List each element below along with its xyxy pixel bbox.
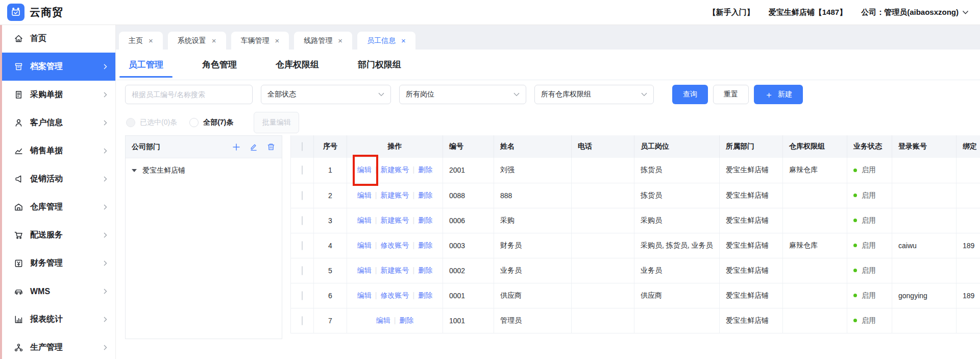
- dept-cell: 爱宝生鲜店铺: [720, 308, 783, 333]
- row-checkbox[interactable]: [302, 266, 303, 275]
- column-header: 员工岗位: [634, 135, 720, 158]
- chevron-right-icon: [103, 204, 108, 210]
- post-select[interactable]: 所有岗位: [399, 85, 526, 104]
- op-edit[interactable]: 编辑: [357, 191, 372, 199]
- sidebar-item-warehouse-mgmt[interactable]: 仓库管理: [2, 193, 115, 221]
- close-icon[interactable]: ×: [401, 37, 406, 44]
- department-tree-node[interactable]: 爱宝生鲜店铺: [132, 166, 276, 175]
- sidebar-item-wms[interactable]: WMS: [2, 277, 115, 305]
- tab-vehicle-mgmt[interactable]: 车辆管理×: [231, 32, 289, 50]
- sidebar-item-promotions[interactable]: 促销活动: [2, 165, 115, 193]
- query-button[interactable]: 查询: [672, 85, 708, 104]
- sidebar-item-label: 配送服务: [30, 230, 63, 241]
- row-checkbox[interactable]: [302, 291, 303, 300]
- close-icon[interactable]: ×: [212, 37, 216, 44]
- sidebar-item-delivery-service[interactable]: 配送服务: [2, 221, 115, 249]
- op-modify-account[interactable]: 修改账号: [381, 291, 409, 299]
- tab-system-settings[interactable]: 系统设置×: [168, 32, 226, 50]
- reset-button[interactable]: 重置: [713, 85, 749, 104]
- subtab-label: 仓库权限组: [276, 59, 319, 70]
- employee-table: 序号操作编号姓名电话员工岗位所属部门仓库权限组业务状态登录账号绑定 1编辑|新建…: [290, 135, 980, 333]
- serial-cell: 4: [314, 233, 347, 258]
- status-label: 启用: [862, 291, 876, 300]
- op-separator: |: [413, 216, 415, 224]
- op-delete[interactable]: 删除: [418, 241, 432, 249]
- status-dot-icon: [853, 319, 857, 322]
- app-title: 云商贸: [30, 5, 63, 19]
- row-checkbox[interactable]: [302, 241, 303, 250]
- op-delete[interactable]: 删除: [418, 216, 432, 224]
- sidebar-item-label: 报表统计: [30, 314, 63, 325]
- subtab-employee-mgmt[interactable]: 员工管理: [119, 50, 173, 80]
- operations-cell: 编辑|修改账号|删除: [347, 283, 443, 308]
- status-cell: 启用: [847, 308, 892, 333]
- warehouse-icon: [13, 202, 23, 212]
- account-menu[interactable]: 公司：管理员(aibaosxzong): [861, 8, 969, 17]
- row-checkbox[interactable]: [302, 216, 303, 225]
- op-delete[interactable]: 删除: [418, 191, 432, 199]
- op-edit[interactable]: 编辑: [357, 241, 372, 249]
- op-delete[interactable]: 删除: [399, 316, 413, 324]
- close-icon[interactable]: ×: [275, 37, 280, 44]
- op-modify-account[interactable]: 修改账号: [381, 241, 409, 249]
- warehouse-group-select[interactable]: 所有仓库权限组: [534, 85, 654, 104]
- op-edit[interactable]: 编辑: [357, 165, 372, 174]
- sidebar-item-home[interactable]: 首页: [2, 25, 115, 53]
- chevron-down-icon: [962, 10, 969, 15]
- batch-edit-button[interactable]: 批量编辑: [254, 112, 299, 133]
- bind-cell: [957, 183, 980, 208]
- selected-count-label: 已选中(0)条: [140, 118, 177, 127]
- row-checkbox[interactable]: [302, 191, 303, 200]
- subtab-role-mgmt[interactable]: 角色管理: [193, 50, 246, 80]
- select-all-checkbox[interactable]: [302, 142, 303, 151]
- sidebar-item-label: 销售单据: [30, 146, 63, 156]
- subtab-dept-perm-group[interactable]: 部门权限组: [349, 50, 410, 80]
- sidebar-item-finance-mgmt[interactable]: 财务管理: [2, 249, 115, 277]
- edit-department-button[interactable]: [249, 142, 258, 152]
- op-create-account[interactable]: 新建账号: [381, 266, 409, 274]
- row-checkbox[interactable]: [302, 165, 303, 175]
- op-edit[interactable]: 编辑: [376, 316, 390, 324]
- sidebar-item-purchase-docs[interactable]: 采购单据: [2, 81, 115, 109]
- name-cell: 888: [494, 183, 572, 208]
- delete-department-button[interactable]: [266, 142, 276, 152]
- op-create-account[interactable]: 新建账号: [381, 191, 409, 199]
- all-radio[interactable]: [189, 118, 199, 127]
- subtab-bar: 员工管理角色管理仓库权限组部门权限组: [116, 50, 980, 80]
- create-button[interactable]: ＋ 新建: [754, 85, 803, 104]
- op-create-account[interactable]: 新建账号: [381, 165, 409, 174]
- tab-home[interactable]: 主页×: [119, 32, 163, 50]
- user-icon: [13, 118, 23, 128]
- op-separator: |: [375, 291, 377, 299]
- subtab-warehouse-perm-group[interactable]: 仓库权限组: [266, 50, 328, 80]
- op-delete[interactable]: 删除: [418, 165, 432, 174]
- warehouse-group-cell: [783, 208, 847, 233]
- sidebar-item-archives[interactable]: 档案管理: [2, 53, 115, 81]
- sidebar-item-production-mgmt[interactable]: 生产管理: [2, 333, 115, 359]
- status-select[interactable]: 全部状态: [261, 85, 391, 104]
- row-checkbox[interactable]: [302, 316, 303, 325]
- sidebar-item-customer-info[interactable]: 客户信息: [2, 109, 115, 137]
- add-department-button[interactable]: [232, 142, 241, 152]
- beginner-guide-link[interactable]: 【新手入门】: [708, 8, 754, 17]
- sidebar-item-sales-docs[interactable]: 销售单据: [2, 137, 115, 165]
- close-icon[interactable]: ×: [338, 37, 342, 44]
- checkbox-cell: [291, 308, 314, 333]
- employee-search-input[interactable]: [125, 85, 253, 104]
- tab-employee-info[interactable]: 员工信息×: [357, 32, 415, 50]
- table-row: 2编辑|新建账号|删除0088888拣货员爱宝生鲜店铺启用: [291, 183, 980, 208]
- op-create-account[interactable]: 新建账号: [381, 216, 409, 224]
- tab-route-mgmt[interactable]: 线路管理×: [294, 32, 352, 50]
- close-icon[interactable]: ×: [149, 37, 153, 44]
- account-cell: [892, 158, 957, 183]
- op-delete[interactable]: 删除: [418, 266, 432, 274]
- op-edit[interactable]: 编辑: [357, 291, 372, 299]
- op-edit[interactable]: 编辑: [357, 216, 372, 224]
- sidebar-item-report-stats[interactable]: 报表统计: [2, 305, 115, 333]
- op-delete[interactable]: 删除: [418, 291, 432, 299]
- op-edit[interactable]: 编辑: [357, 266, 372, 274]
- status-cell: 启用: [847, 158, 892, 183]
- selected-radio[interactable]: [126, 118, 135, 127]
- caret-down-icon: [132, 169, 137, 172]
- store-name[interactable]: 爱宝生鲜店铺【1487】: [769, 8, 847, 17]
